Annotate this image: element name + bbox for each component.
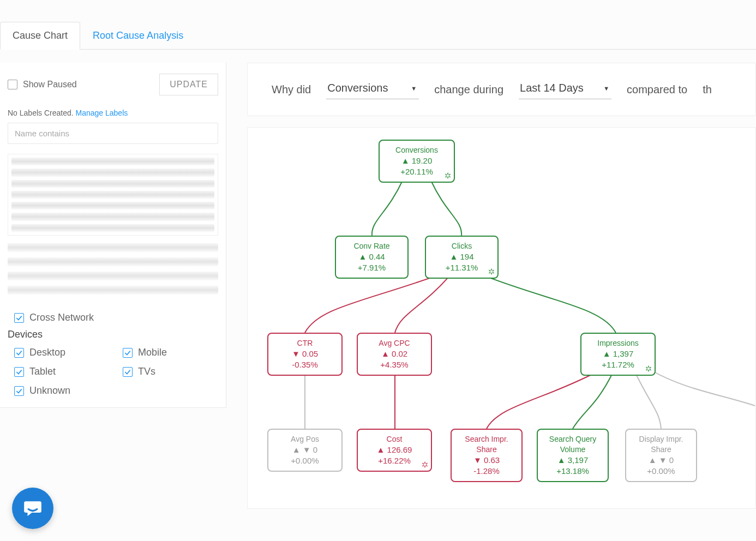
chat-launcher-button[interactable] [12,488,53,529]
expand-icon[interactable] [488,268,495,275]
tab-cause-chart[interactable]: Cause Chart [0,22,80,50]
node-value: ▲ 126.69 [361,444,428,455]
node-title: Avg Pos [272,434,338,444]
node-value: ▲ 1,397 [585,348,651,359]
node-impressions[interactable]: Impressions ▲ 1,397 +11.72% [580,333,656,376]
node-value: ▲ 3,197 [541,455,604,466]
query-change-during: change during [434,83,503,96]
device-tvs-label: TVs [138,366,155,377]
cross-network-label: Cross Network [29,312,94,323]
device-mobile-checkbox[interactable]: Mobile [116,347,218,358]
period-select-value: Last 14 Days [520,82,584,94]
cross-network-checkbox[interactable]: Cross Network [8,312,218,323]
node-pct: +16.22% [361,455,428,466]
node-title: CTR [272,338,338,348]
checkbox-icon [14,367,24,377]
device-unknown-label: Unknown [29,385,70,396]
node-display-impr-share[interactable]: Display Impr. Share ▲ ▼ 0 +0.00% [625,429,697,482]
node-pct: +0.00% [629,466,693,477]
node-value: ▲ 194 [429,251,494,262]
update-button[interactable]: UPDATE [159,74,218,95]
checkbox-icon [14,313,24,323]
query-trailing: th [703,83,712,96]
redacted-list-2 [8,243,218,309]
node-value: ▼ 0.05 [272,348,338,359]
name-contains-input[interactable] [8,123,218,144]
device-mobile-label: Mobile [138,347,167,358]
device-desktop-checkbox[interactable]: Desktop [8,347,110,358]
show-paused-checkbox[interactable]: Show Paused [8,80,77,89]
query-bar: Why did Conversions ▼ change during Last… [247,63,756,116]
expand-icon[interactable] [421,461,429,468]
checkbox-icon [123,348,133,358]
node-value: ▲ ▼ 0 [272,444,338,455]
redacted-list-1 [8,154,218,236]
node-value: ▲ 0.02 [361,348,428,359]
tabs: Cause Chart Root Cause Analysis [0,22,756,50]
node-title: Conv Rate [339,241,404,251]
manage-labels-link[interactable]: Manage Labels [76,109,128,117]
node-value: ▲ ▼ 0 [629,455,693,466]
node-ctr[interactable]: CTR ▼ 0.05 -0.35% [267,333,343,376]
node-title: Cost [361,434,428,444]
expand-icon[interactable] [444,172,452,179]
cause-tree-canvas[interactable]: Conversions ▲ 19.20 +20.11% Conv Rate ▲ … [247,127,756,509]
checkbox-icon [123,367,133,377]
node-pct: +0.00% [272,455,338,466]
node-conversions[interactable]: Conversions ▲ 19.20 +20.11% [379,140,455,183]
query-compared-to: compared to [627,83,687,96]
node-pct: +13.18% [541,466,604,477]
node-search-impr-share[interactable]: Search Impr. Share ▼ 0.63 -1.28% [451,429,523,482]
expand-icon[interactable] [645,365,652,372]
node-pct: -1.28% [455,466,518,477]
sidebar: Show Paused UPDATE No Labels Created. Ma… [0,63,226,408]
metric-select[interactable]: Conversions ▼ [326,80,419,99]
node-pct: -0.35% [272,359,338,370]
node-title: Clicks [429,241,494,251]
node-clicks[interactable]: Clicks ▲ 194 +11.31% [425,236,499,279]
checkbox-icon [14,348,24,358]
labels-status: No Labels Created. Manage Labels [8,109,218,117]
chevron-down-icon: ▼ [411,85,417,92]
device-tablet-label: Tablet [29,366,56,377]
checkbox-icon [14,386,24,396]
period-select[interactable]: Last 14 Days ▼ [519,80,611,99]
metric-select-value: Conversions [327,82,388,94]
node-value: ▼ 0.63 [455,455,518,466]
node-pct: +11.31% [429,262,494,273]
node-pct: +4.35% [361,359,428,370]
node-title: Impressions [585,338,651,348]
device-tablet-checkbox[interactable]: Tablet [8,366,110,377]
devices-heading: Devices [8,329,218,340]
checkbox-icon [8,80,17,89]
device-desktop-label: Desktop [29,347,65,358]
device-tvs-checkbox[interactable]: TVs [116,366,218,377]
devices-group: Desktop Mobile Tablet TVs Unknown [8,347,218,396]
node-cost[interactable]: Cost ▲ 126.69 +16.22% [357,429,432,472]
node-conv-rate[interactable]: Conv Rate ▲ 0.44 +7.91% [335,236,409,279]
show-paused-label: Show Paused [23,80,77,89]
node-title: Conversions [383,145,451,155]
tab-root-cause-analysis[interactable]: Root Cause Analysis [80,22,196,49]
chat-icon [22,498,43,519]
device-unknown-checkbox[interactable]: Unknown [8,385,110,396]
no-labels-text: No Labels Created. [8,109,76,117]
node-title: Search Impr. Share [455,434,518,455]
chevron-down-icon: ▼ [603,85,609,92]
node-pct: +11.72% [585,359,651,370]
node-title: Avg CPC [361,338,428,348]
node-value: ▲ 0.44 [339,251,404,262]
node-search-query-volume[interactable]: Search Query Volume ▲ 3,197 +13.18% [537,429,609,482]
node-value: ▲ 19.20 [383,155,451,166]
node-avg-cpc[interactable]: Avg CPC ▲ 0.02 +4.35% [357,333,432,376]
node-title: Search Query Volume [541,434,604,455]
node-avg-pos[interactable]: Avg Pos ▲ ▼ 0 +0.00% [267,429,343,472]
node-pct: +20.11% [383,166,451,177]
node-title: Display Impr. Share [629,434,693,455]
node-pct: +7.91% [339,262,404,273]
query-why-did: Why did [272,83,311,96]
